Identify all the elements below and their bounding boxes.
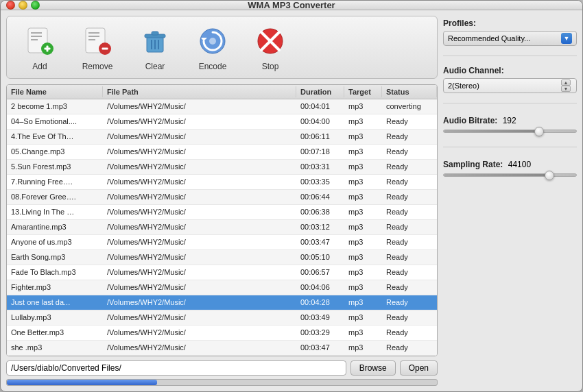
table-row[interactable]: Just one last da... /Volumes/WHY2/Music/… [7, 295, 437, 310]
cell-name: 7.Running Free…. [7, 175, 103, 189]
bitrate-slider-thumb[interactable] [534, 127, 544, 136]
encode-svg [197, 25, 228, 57]
bitrate-label: Audio Bitrate: [443, 116, 497, 125]
cell-duration: 00:03:12 [296, 220, 344, 234]
col-filepath: File Path [103, 86, 296, 97]
svg-rect-10 [88, 39, 95, 40]
bitrate-slider-container [443, 130, 577, 133]
channel-down-button[interactable]: ▼ [561, 86, 571, 92]
stop-icon [252, 23, 288, 59]
bitrate-slider-track[interactable] [443, 130, 577, 133]
cell-status: Ready [382, 326, 437, 340]
channel-select[interactable]: 2(Stereo) ▲ ▼ [443, 78, 577, 93]
table-row[interactable]: 13.Living In The … /Volumes/WHY2/Music/ … [7, 205, 437, 220]
sampling-section: Sampling Rate: 44100 [443, 160, 577, 181]
open-button[interactable]: Open [400, 360, 438, 376]
profiles-label: Profiles: [443, 19, 577, 28]
cell-target: mp3 [344, 341, 382, 355]
sampling-slider-thumb[interactable] [545, 171, 554, 180]
table-row[interactable]: 4.The Eve Of Th… /Volumes/WHY2/Music/ 00… [7, 130, 437, 145]
add-button[interactable]: Add [12, 21, 67, 74]
table-row[interactable]: Earth Song.mp3 /Volumes/WHY2/Music/ 00:0… [7, 250, 437, 265]
divider-3 [443, 147, 577, 147]
cell-name: 5.Sun Forest.mp3 [7, 160, 103, 174]
maximize-button[interactable] [31, 1, 40, 10]
svg-rect-12 [102, 48, 108, 50]
browse-button[interactable]: Browse [350, 360, 396, 376]
cell-target: mp3 [344, 160, 382, 174]
file-list-body[interactable]: 2 become 1.mp3 /Volumes/WHY2/Music/ 00:0… [7, 99, 437, 356]
cell-status: Ready [382, 205, 437, 219]
table-row[interactable]: Fighter.mp3 /Volumes/WHY2/Music/ 00:04:0… [7, 280, 437, 295]
cell-status: Ready [382, 175, 437, 189]
profile-dropdown[interactable]: Recommended Quality... ▼ [443, 31, 577, 46]
cell-duration: 00:03:29 [296, 326, 344, 340]
bitrate-section: Audio Bitrate: 192 [443, 116, 577, 137]
cell-path: /Volumes/WHY2/Music/ [103, 190, 296, 204]
encode-icon [195, 23, 230, 59]
cell-duration: 00:03:47 [296, 341, 344, 355]
cell-path: /Volumes/WHY2/Music/ [103, 250, 296, 265]
stop-svg [254, 25, 286, 57]
cell-duration: 00:06:11 [296, 130, 344, 144]
dropdown-arrow-icon: ▼ [561, 33, 572, 44]
cell-name: 08.Forever Gree…. [7, 190, 103, 204]
clear-button[interactable]: Clear [128, 21, 182, 74]
encode-label: Encode [199, 62, 227, 71]
output-path-input[interactable] [6, 360, 346, 376]
table-row[interactable]: Amarantine.mp3 /Volumes/WHY2/Music/ 00:0… [7, 220, 437, 235]
cell-path: /Volumes/WHY2/Music/ [103, 310, 296, 325]
channel-value: 2(Stereo) [448, 82, 479, 90]
table-row[interactable]: 04–So Emotional.... /Volumes/WHY2/Music/… [7, 114, 437, 130]
bitrate-value: 192 [503, 116, 516, 125]
window-title: WMA MP3 Converter [248, 0, 335, 10]
remove-button[interactable]: Remove [70, 21, 125, 74]
cell-target: mp3 [344, 220, 382, 234]
cell-status: Ready [382, 114, 437, 129]
cell-duration: 00:03:49 [296, 310, 344, 325]
svg-rect-2 [31, 36, 42, 37]
sampling-label: Sampling Rate: [443, 160, 503, 169]
bitrate-slider-fill [444, 130, 539, 132]
table-row[interactable]: One Better.mp3 /Volumes/WHY2/Music/ 00:0… [7, 326, 437, 341]
table-row[interactable]: 08.Forever Gree…. /Volumes/WHY2/Music/ 0… [7, 190, 437, 205]
cell-path: /Volumes/WHY2/Music/ [103, 265, 296, 280]
remove-svg [82, 25, 113, 57]
table-row[interactable]: Anyone of us.mp3 /Volumes/WHY2/Music/ 00… [7, 235, 437, 250]
toolbar: Add Remove [6, 16, 438, 79]
stop-button[interactable]: Stop [243, 21, 298, 74]
table-row[interactable]: 05.Change.mp3 /Volumes/WHY2/Music/ 00:07… [7, 145, 437, 160]
table-row[interactable]: Lullaby.mp3 /Volumes/WHY2/Music/ 00:03:4… [7, 310, 437, 326]
cell-duration: 00:05:10 [296, 250, 344, 265]
cell-path: /Volumes/WHY2/Music/ [103, 205, 296, 219]
cell-status: Ready [382, 310, 437, 325]
col-status: Status [382, 86, 437, 97]
cell-name: One Better.mp3 [7, 326, 103, 340]
table-row[interactable]: 7.Running Free…. /Volumes/WHY2/Music/ 00… [7, 175, 437, 190]
table-row[interactable]: 2 become 1.mp3 /Volumes/WHY2/Music/ 00:0… [7, 99, 437, 114]
cell-path: /Volumes/WHY2/Music/ [103, 295, 296, 310]
sampling-slider-track[interactable] [443, 173, 577, 177]
cell-target: mp3 [344, 145, 382, 159]
sampling-value: 44100 [508, 160, 531, 169]
cell-target: mp3 [344, 205, 382, 219]
file-list-header: File Name File Path Duration Target Stat… [7, 85, 437, 99]
close-button[interactable] [6, 1, 15, 10]
table-row[interactable]: Fade To Blach.mp3 /Volumes/WHY2/Music/ 0… [7, 265, 437, 280]
table-row[interactable]: she .mp3 /Volumes/WHY2/Music/ 00:03:47 m… [7, 341, 437, 356]
cell-path: /Volumes/WHY2/Music/ [103, 145, 296, 159]
cell-status: Ready [382, 130, 437, 144]
add-icon [22, 23, 58, 59]
cell-path: /Volumes/WHY2/Music/ [103, 130, 296, 144]
encode-button[interactable]: Encode [185, 21, 240, 74]
cell-target: mp3 [344, 175, 382, 189]
cell-target: mp3 [344, 310, 382, 325]
table-row[interactable]: 5.Sun Forest.mp3 /Volumes/WHY2/Music/ 00… [7, 160, 437, 175]
cell-name: Anyone of us.mp3 [7, 235, 103, 249]
svg-rect-9 [88, 36, 99, 37]
cell-duration: 00:06:44 [296, 190, 344, 204]
cell-target: mp3 [344, 99, 382, 114]
channel-stepper[interactable]: ▲ ▼ [561, 79, 572, 92]
minimize-button[interactable] [19, 1, 27, 10]
channel-up-button[interactable]: ▲ [561, 79, 571, 86]
